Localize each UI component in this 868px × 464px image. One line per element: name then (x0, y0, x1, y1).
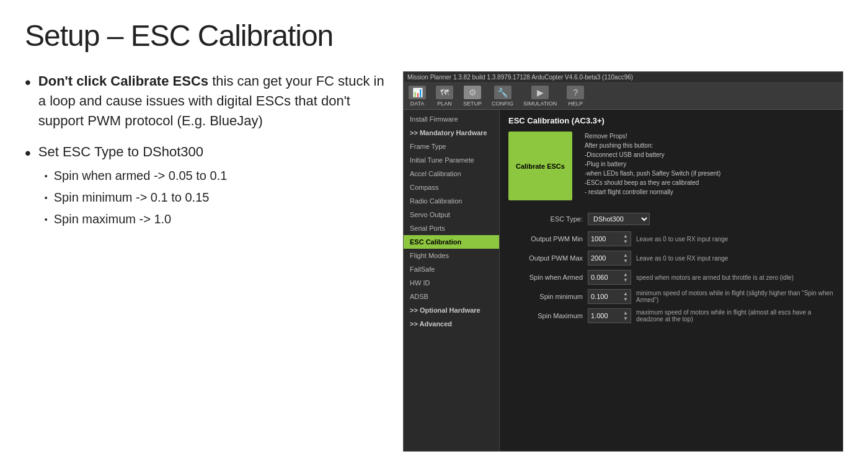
mp-toolbar: 📊 DATA 🗺 PLAN ⚙ SETUP 🔧 CONFIG ▶ SI (404, 83, 843, 110)
spin-armed-input[interactable]: 0.060 ▲▼ (588, 270, 631, 285)
bullet-1: • Don't click Calibrate ESCs this can ge… (25, 71, 384, 131)
mp-window: Mission Planner 1.3.82 build 1.3.8979.17… (403, 71, 843, 452)
toolbar-config[interactable]: 🔧 CONFIG (492, 86, 513, 107)
sidebar-advanced[interactable]: >> Advanced (404, 317, 499, 331)
calibrate-escs-button[interactable]: Calibrate ESCs (508, 132, 572, 200)
config-icon: 🔧 (494, 86, 512, 99)
sub-bullets: • Spin when armed -> 0.05 to 0.1 • Spin … (45, 167, 228, 228)
sidebar-mandatory-hardware[interactable]: >> Mandatory Hardware (404, 126, 499, 140)
pwm-min-input[interactable]: 1000 ▲▼ (588, 231, 631, 246)
sidebar-frame-type[interactable]: Frame Type (404, 140, 499, 153)
bullet-2: • Set ESC Type to DShot300 • Spin when a… (25, 142, 384, 232)
spin-max-input[interactable]: 1.000 ▲▼ (588, 308, 631, 323)
mp-titlebar: Mission Planner 1.3.82 build 1.3.8979.17… (404, 72, 843, 83)
field-row-spin-min: Spin minimum 0.100 ▲▼ minimum speed of m… (508, 289, 834, 304)
pwm-min-label: Output PWM Min (508, 235, 583, 243)
spin-min-label: Spin minimum (508, 293, 583, 300)
toolbar-data-label: DATA (410, 100, 425, 107)
toolbar-plan-label: PLAN (437, 100, 452, 107)
sub-bullet-3-text: Spin maximum -> 1.0 (54, 210, 172, 228)
mp-main: ESC Calibration (AC3.3+) Calibrate ESCs … (500, 110, 843, 451)
bullet-2-dot: • (25, 141, 31, 166)
sub-bullet-1-text: Spin when armed -> 0.05 to 0.1 (54, 167, 228, 185)
field-row-pwm-max: Output PWM Max 2000 ▲▼ Leave as 0 to use… (508, 251, 834, 265)
spin-armed-label: Spin when Armed (508, 274, 583, 281)
toolbar-config-label: CONFIG (492, 100, 513, 107)
sub-bullet-2-dot: • (45, 192, 48, 204)
field-row-spin-max: Spin Maximum 1.000 ▲▼ maximum speed of m… (508, 308, 834, 323)
left-panel: • Don't click Calibrate ESCs this can ge… (25, 71, 384, 452)
sidebar-failsafe[interactable]: FailSafe (404, 262, 499, 276)
setup-icon: ⚙ (464, 86, 481, 99)
mp-section-title: ESC Calibration (AC3.3+) (508, 116, 834, 125)
spin-armed-value: 0.060 (591, 274, 608, 281)
sidebar-accel-calibration[interactable]: Accel Calibration (404, 167, 499, 181)
toolbar-help[interactable]: ? HELP (567, 86, 584, 107)
esc-type-select[interactable]: DShot300 DShot150 DShot600 PWM (588, 213, 650, 225)
spin-min-input[interactable]: 0.100 ▲▼ (588, 289, 631, 304)
mp-sidebar: Install Firmware >> Mandatory Hardware F… (404, 110, 500, 451)
esc-type-row: ESC Type: DShot300 DShot150 DShot600 PWM (508, 213, 834, 225)
sub-bullet-1: • Spin when armed -> 0.05 to 0.1 (45, 167, 228, 185)
plan-icon: 🗺 (436, 86, 453, 99)
toolbar-setup[interactable]: ⚙ SETUP (463, 86, 482, 107)
sidebar-hw-id[interactable]: HW ID (404, 276, 499, 290)
sidebar-initial-tune[interactable]: Initial Tune Paramete (404, 153, 499, 167)
toolbar-data[interactable]: 📊 DATA (409, 86, 426, 107)
spin-max-desc: maximum speed of motors while in flight … (636, 309, 834, 323)
pwm-max-spinner[interactable]: ▲▼ (623, 252, 628, 264)
spin-min-desc: minimum speed of motors while in flight … (636, 290, 834, 303)
toolbar-simulation[interactable]: ▶ SIMULATION (523, 86, 557, 107)
pwm-max-value: 2000 (591, 254, 606, 262)
spin-max-spinner[interactable]: ▲▼ (623, 310, 628, 321)
bullet-1-dot: • (25, 70, 31, 96)
bullet-1-bold: Don't click Calibrate ESCs (38, 73, 208, 89)
sidebar-flight-modes[interactable]: Flight Modes (404, 249, 499, 262)
pwm-min-desc: Leave as 0 to use RX input range (636, 236, 834, 243)
data-icon: 📊 (409, 86, 426, 99)
spin-min-value: 0.100 (591, 293, 608, 300)
sub-bullet-1-dot: • (45, 170, 48, 182)
pwm-min-spinner[interactable]: ▲▼ (623, 233, 628, 244)
esc-type-select-container: DShot300 DShot150 DShot600 PWM (588, 213, 650, 225)
right-panel: Mission Planner 1.3.82 build 1.3.8979.17… (403, 71, 843, 452)
sidebar-compass[interactable]: Compass (404, 181, 499, 194)
toolbar-help-label: HELP (569, 100, 583, 107)
sidebar-servo-output[interactable]: Servo Output (404, 208, 499, 221)
sidebar-radio-calibration[interactable]: Radio Calibration (404, 194, 499, 208)
spin-min-spinner[interactable]: ▲▼ (623, 291, 628, 302)
sub-bullet-3: • Spin maximum -> 1.0 (45, 210, 228, 228)
pwm-max-desc: Leave as 0 to use RX input range (636, 255, 834, 262)
sub-bullet-2-text: Spin minimum -> 0.1 to 0.15 (54, 189, 210, 207)
sidebar-optional-hardware[interactable]: >> Optional Hardware (404, 303, 499, 317)
toolbar-simulation-label: SIMULATION (523, 100, 557, 107)
toolbar-setup-label: SETUP (463, 100, 482, 107)
page-title: Setup – ESC Calibration (25, 19, 843, 53)
simulation-icon: ▶ (531, 86, 549, 99)
toolbar-plan[interactable]: 🗺 PLAN (436, 86, 453, 107)
spin-max-label: Spin Maximum (508, 312, 583, 319)
bullet-1-text: Don't click Calibrate ESCs this can get … (38, 71, 384, 131)
sidebar-esc-calibration[interactable]: ESC Calibration (404, 235, 499, 249)
spin-armed-desc: speed when motors are armed but throttle… (636, 274, 834, 281)
sidebar-install-firmware[interactable]: Install Firmware (404, 112, 499, 126)
field-row-spin-armed: Spin when Armed 0.060 ▲▼ speed when moto… (508, 270, 834, 285)
help-icon: ? (567, 86, 584, 99)
spin-max-value: 1.000 (591, 312, 608, 319)
mp-instructions: Remove Props! After pushing this button:… (585, 132, 721, 197)
content-area: • Don't click Calibrate ESCs this can ge… (25, 71, 843, 452)
field-row-pwm-min: Output PWM Min 1000 ▲▼ Leave as 0 to use… (508, 231, 834, 246)
sidebar-serial-ports[interactable]: Serial Ports (404, 221, 499, 235)
spin-armed-spinner[interactable]: ▲▼ (623, 272, 628, 283)
pwm-min-value: 1000 (591, 235, 606, 243)
mp-body: Install Firmware >> Mandatory Hardware F… (404, 110, 843, 451)
calibrate-area: Calibrate ESCs Remove Props! After pushi… (508, 132, 834, 207)
sub-bullet-3-dot: • (45, 213, 48, 226)
sub-bullet-2: • Spin minimum -> 0.1 to 0.15 (45, 189, 228, 207)
sidebar-adsb[interactable]: ADSB (404, 290, 499, 303)
esc-type-label: ESC Type: (508, 215, 583, 223)
pwm-max-label: Output PWM Max (508, 254, 583, 262)
pwm-max-input[interactable]: 2000 ▲▼ (588, 251, 631, 265)
bullet-2-text: Set ESC Type to DShot300 • Spin when arm… (38, 142, 228, 232)
